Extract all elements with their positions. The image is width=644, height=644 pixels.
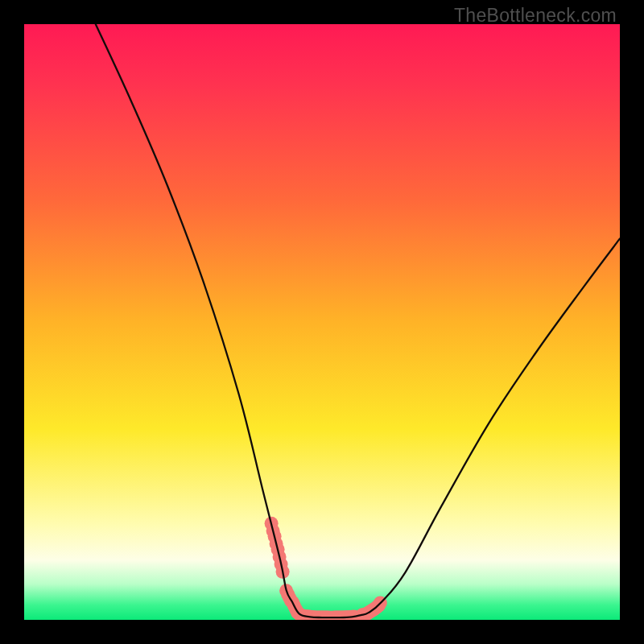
chart-frame: TheBottleneck.com — [0, 0, 644, 644]
watermark-text: TheBottleneck.com — [454, 5, 617, 27]
chart-svg — [24, 24, 620, 620]
gradient-background — [24, 24, 620, 620]
plot-area — [24, 24, 620, 620]
